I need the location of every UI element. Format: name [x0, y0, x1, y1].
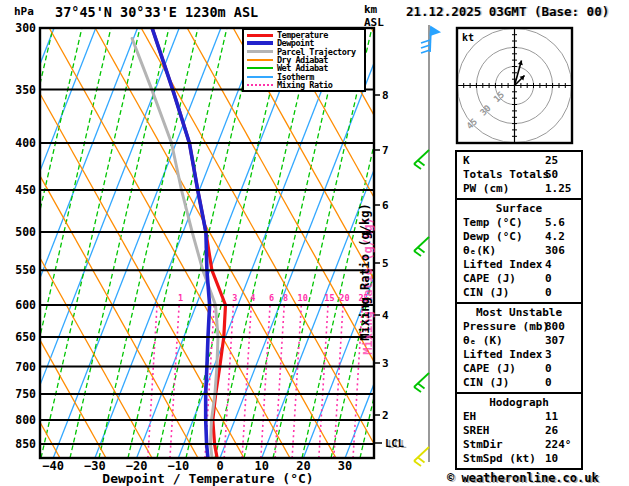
- index-value: 0: [545, 376, 552, 390]
- index-label: Pressure (mb): [463, 320, 549, 334]
- index-value: 4.2: [545, 230, 565, 244]
- hodograph-unit-label: kt: [462, 32, 474, 43]
- index-row: Totals Totals50: [457, 168, 581, 182]
- index-value: 800: [545, 320, 565, 334]
- index-value: 0: [545, 362, 552, 376]
- index-label: EH: [463, 410, 476, 424]
- index-label: Dewp (°C): [463, 230, 523, 244]
- index-value: 5.6: [545, 216, 565, 230]
- indices-section-header: Most Unstable: [457, 306, 581, 320]
- index-label: K: [463, 154, 470, 168]
- index-row: θₑ (K)307: [457, 334, 581, 348]
- index-value: 25: [545, 154, 558, 168]
- index-value: 0: [545, 286, 552, 300]
- index-row: θₑ(K)306: [457, 244, 581, 258]
- indices-panel: K25Totals Totals50PW (cm)1.25SurfaceTemp…: [455, 152, 583, 470]
- index-row: PW (cm)1.25: [457, 182, 581, 196]
- index-value: 306: [545, 244, 565, 258]
- index-label: Totals Totals: [463, 168, 549, 182]
- index-row: Lifted Index4: [457, 258, 581, 272]
- index-label: θₑ (K): [463, 334, 503, 348]
- index-row: EH11: [457, 410, 581, 424]
- skewt-page: 3003504004505005506006507007508008501346…: [0, 0, 629, 486]
- index-row: StmDir224°: [457, 438, 581, 452]
- index-value: 1.25: [545, 182, 572, 196]
- index-row: StmSpd (kt)10: [457, 452, 581, 466]
- index-label: CIN (J): [463, 286, 509, 300]
- index-value: 224°: [545, 438, 572, 452]
- index-label: SREH: [463, 424, 490, 438]
- index-row: Dewp (°C)4.2: [457, 230, 581, 244]
- index-row: Temp (°C)5.6: [457, 216, 581, 230]
- index-label: CIN (J): [463, 376, 509, 390]
- index-label: StmDir: [463, 438, 503, 452]
- index-label: CAPE (J): [463, 272, 516, 286]
- index-label: Lifted Index: [463, 348, 542, 362]
- index-value: 4: [545, 258, 552, 272]
- index-value: 11: [545, 410, 558, 424]
- index-row: CAPE (J)0: [457, 272, 581, 286]
- index-row: K25: [457, 154, 581, 168]
- index-row: CIN (J)0: [457, 286, 581, 300]
- index-value: 50: [545, 168, 558, 182]
- indices-section: SurfaceTemp (°C)5.6Dewp (°C)4.2θₑ(K)306L…: [455, 198, 583, 304]
- index-label: Temp (°C): [463, 216, 523, 230]
- index-label: StmSpd (kt): [463, 452, 536, 466]
- index-row: SREH26: [457, 424, 581, 438]
- index-label: CAPE (J): [463, 362, 516, 376]
- index-row: CIN (J)0: [457, 376, 581, 390]
- index-label: Lifted Index: [463, 258, 542, 272]
- index-row: Pressure (mb)800: [457, 320, 581, 334]
- indices-section: Most UnstablePressure (mb)800θₑ (K)307Li…: [455, 302, 583, 394]
- indices-section-header: Hodograph: [457, 396, 581, 410]
- index-value: 10: [545, 452, 558, 466]
- index-value: 26: [545, 424, 558, 438]
- indices-section: K25Totals Totals50PW (cm)1.25: [455, 150, 583, 200]
- index-label: PW (cm): [463, 182, 509, 196]
- index-row: CAPE (J)0: [457, 362, 581, 376]
- index-value: 3: [545, 348, 552, 362]
- indices-section-header: Surface: [457, 202, 581, 216]
- index-value: 307: [545, 334, 565, 348]
- index-value: 0: [545, 272, 552, 286]
- index-row: Lifted Index3: [457, 348, 581, 362]
- indices-section: HodographEH11SREH26StmDir224°StmSpd (kt)…: [455, 392, 583, 470]
- index-label: θₑ(K): [463, 244, 496, 258]
